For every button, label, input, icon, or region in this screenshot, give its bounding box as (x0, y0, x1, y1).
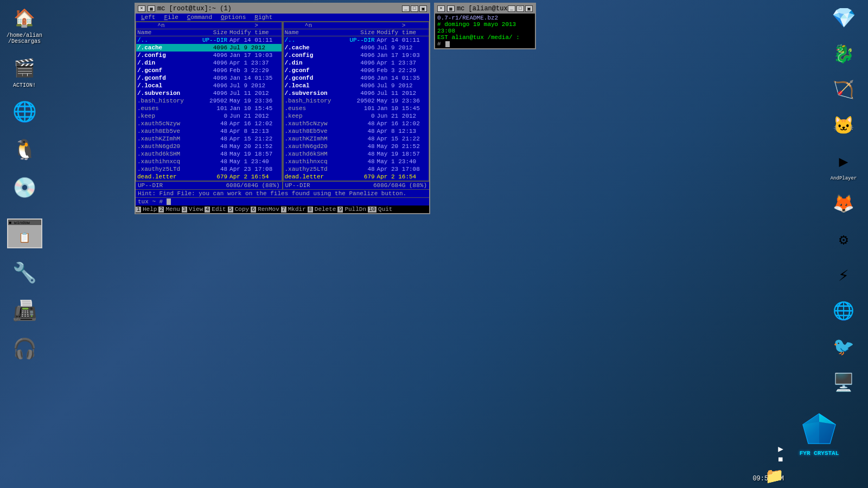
right-file-row[interactable]: /.gconf4096Feb 3 22:29 (284, 67, 429, 74)
mc-menu-command[interactable]: Command (183, 14, 216, 21)
miniwindow-icon: ■ window 📋 (7, 219, 42, 248)
left-file-row[interactable]: /.cache4096Jul 9 2012 (136, 44, 282, 52)
desktop-icon-firefox[interactable]: 🦊 (825, 191, 863, 217)
terminal-max-btn[interactable]: □ (516, 5, 524, 12)
right-file-row[interactable]: .xauthd6kSHM48May 19 18:57 (284, 150, 429, 158)
right-file-row[interactable]: /..UP--DIRApr 14 01:11 (284, 36, 429, 44)
left-file-row[interactable]: /.din4096Apr 1 23:37 (136, 59, 282, 67)
right-file-row[interactable]: dead.letter679Apr 2 16:54 (284, 173, 429, 181)
mc-fn-10-key[interactable]: 10Quit (368, 206, 394, 213)
left-file-row[interactable]: .bash_history29502May 19 23:36 (136, 97, 282, 105)
mc-fn-2-key[interactable]: 2Menu (158, 206, 181, 213)
left-file-row[interactable]: .xauthN6gd2048May 20 21:52 (136, 143, 282, 150)
mc-cmd-line[interactable]: tux ~ # (136, 197, 429, 206)
folder-icon[interactable]: 📁 (765, 467, 784, 485)
terminal-titlebar: × ▦ mc [alian@tux _ □ ▣ (435, 4, 535, 14)
mc-fn-7-key[interactable]: 7Mkdir (281, 206, 308, 213)
right-file-row[interactable]: .keep0Jun 21 2012 (284, 112, 429, 120)
mc-minimize-button[interactable]: _ (402, 5, 410, 12)
left-file-row[interactable]: /.gconf4096Feb 3 22:29 (136, 67, 282, 74)
right-file-row[interactable]: /.subversion4096Jul 11 2012 (284, 89, 429, 97)
mc-fn-label: View (187, 206, 205, 213)
desktop-icon-fax[interactable]: 📠 (5, 298, 43, 325)
terminal-min-btn[interactable]: _ (508, 5, 515, 12)
right-file-row[interactable]: .xauth5cNzyw48Apr 16 12:02 (284, 120, 429, 127)
mc-fn-6-key[interactable]: 6RenMov (251, 206, 281, 213)
svg-marker-4 (803, 422, 819, 444)
desktop-icon-gem[interactable]: 💎 (825, 5, 863, 31)
left-file-row[interactable]: .xauthKZImhM48Apr 15 21:22 (136, 135, 282, 143)
desktop-icon-bird[interactable]: 🐦 (825, 334, 863, 360)
right-file-row[interactable]: /.gconfd4096Jan 14 01:35 (284, 74, 429, 82)
desktop-icon-globe[interactable]: 🌐 (5, 99, 43, 126)
terminal-close-btn[interactable]: × (437, 5, 445, 12)
mc-menu-options[interactable]: Options (216, 14, 250, 21)
mc-maximize-button[interactable]: □ (411, 5, 418, 12)
desktop-icon-gear[interactable]: ⚙️ (825, 227, 863, 253)
left-file-row[interactable]: .xauth8Eb5ve48Apr 8 12:13 (136, 127, 282, 135)
andplayer-label: AndPlayer (831, 176, 857, 181)
desktop-icon-home[interactable]: 🏠 /home/alian/Descargas (5, 5, 43, 44)
right-file-row[interactable]: /.cache4096Jul 9 2012 (284, 44, 429, 52)
right-file-row[interactable]: .xauthN6gd2048May 20 21:52 (284, 143, 429, 150)
desktop-icon-wrench[interactable]: 🔧 (5, 260, 43, 287)
desktop-icon-tux[interactable]: 🐧 (5, 137, 43, 164)
right-file-row[interactable]: /.local4096Jul 9 2012 (284, 82, 429, 89)
mc-restore-button[interactable]: ▣ (419, 5, 427, 12)
left-file-row[interactable]: .euses101Jan 10 15:45 (136, 105, 282, 112)
right-file-row[interactable]: /.din4096Apr 1 23:37 (284, 59, 429, 67)
left-file-row[interactable]: /.gconfd4096Jan 14 01:35 (136, 74, 282, 82)
mc-menu-file[interactable]: File (159, 14, 182, 21)
mc-titlebar-left: × ▦ mc [root@tux]:~ (1) (138, 5, 232, 12)
desktop-icon-cd[interactable]: 💿 (5, 175, 43, 202)
mc-left-col-name: Name (137, 29, 199, 36)
left-file-row[interactable]: dead.letter679Apr 2 16:54 (136, 173, 282, 181)
left-file-row[interactable]: /.subversion4096Jul 11 2012 (136, 89, 282, 97)
media-stop-button[interactable]: ⏹ (777, 455, 784, 464)
left-file-row[interactable]: /..UP--DIRApr 14 01:11 (136, 36, 282, 44)
mc-fn-1-key[interactable]: 1Help (136, 206, 158, 213)
mc-fn-8-key[interactable]: 8Delete (308, 206, 338, 213)
desktop-icon-dragon[interactable]: 🐉 (825, 41, 863, 67)
right-file-row[interactable]: .xauthKZImhM48Apr 15 21:22 (284, 135, 429, 143)
mc-menu-right[interactable]: Right (250, 14, 277, 21)
mc-left-disk: 608G/684G (88%) (209, 181, 282, 189)
bird-icon: 🐦 (831, 334, 857, 360)
mc-fn-3-key[interactable]: 3View (182, 206, 205, 213)
crystal-logo: FYR CRYSTAL (792, 407, 846, 461)
desktop-icon-miniwindow[interactable]: ■ window 📋 (5, 219, 43, 249)
terminal-restore-btn[interactable]: ▣ (525, 5, 533, 12)
left-file-row[interactable]: .xauthd6kSHM48May 19 18:57 (136, 150, 282, 158)
desktop-icon-andplayer[interactable]: ▶️ AndPlayer (825, 149, 863, 181)
left-file-row[interactable]: /.config4096Jan 17 19:03 (136, 52, 282, 59)
mc-fn-9-key[interactable]: 9PullDn (337, 206, 368, 213)
mc-icon-button[interactable]: ▦ (148, 5, 155, 12)
mc-close-button[interactable]: × (138, 5, 145, 12)
left-file-row[interactable]: .keep0Jun 21 2012 (136, 112, 282, 120)
mc-menu-left[interactable]: Left (137, 14, 159, 21)
desktop-icon-action[interactable]: 🎬 ACTION! (5, 55, 43, 88)
mc-fn-5-key[interactable]: 5Copy (228, 206, 251, 213)
mc-fn-4-key[interactable]: 4Edit (205, 206, 227, 213)
left-file-row[interactable]: .xauth5cNzyw48Apr 16 12:02 (136, 120, 282, 127)
left-file-row[interactable]: /.local4096Jul 9 2012 (136, 82, 282, 89)
left-file-row[interactable]: .xauthihnxcq48May 1 23:40 (136, 158, 282, 165)
right-file-row[interactable]: .bash_history29502May 19 23:36 (284, 97, 429, 105)
desktop-icon-monitor[interactable]: 🖥️ (825, 370, 863, 396)
left-file-row[interactable]: .xauthyz5LTd48Apr 23 17:08 (136, 165, 282, 173)
desktop-icon-globe2[interactable]: 🌐 (825, 298, 863, 324)
mc-fn-num: 3 (182, 207, 187, 213)
mc-titlebar: × ▦ mc [root@tux]:~ (1) _ □ ▣ (136, 4, 429, 14)
right-file-row[interactable]: .euses101Jan 10 15:45 (284, 105, 429, 112)
terminal-icon-btn[interactable]: ▦ (447, 5, 455, 12)
right-file-row[interactable]: .xauthyz5LTd48Apr 23 17:08 (284, 165, 429, 173)
desktop-icon-arrow[interactable]: 🏹 (825, 77, 863, 103)
right-file-row[interactable]: .xauthihnxcq48May 1 23:40 (284, 158, 429, 165)
right-file-row[interactable]: .xauth8Eb5ve48Apr 8 12:13 (284, 127, 429, 135)
desktop-icon-cat[interactable]: 🐱 (825, 113, 863, 139)
mc-left-header-nav: ^n (137, 22, 185, 29)
media-play-button[interactable]: ▶ (778, 444, 783, 454)
desktop-icon-headphones[interactable]: 🎧 (5, 336, 43, 363)
desktop-icon-flash[interactable]: ⚡ (825, 262, 863, 288)
right-file-row[interactable]: /.config4096Jan 17 19:03 (284, 52, 429, 59)
